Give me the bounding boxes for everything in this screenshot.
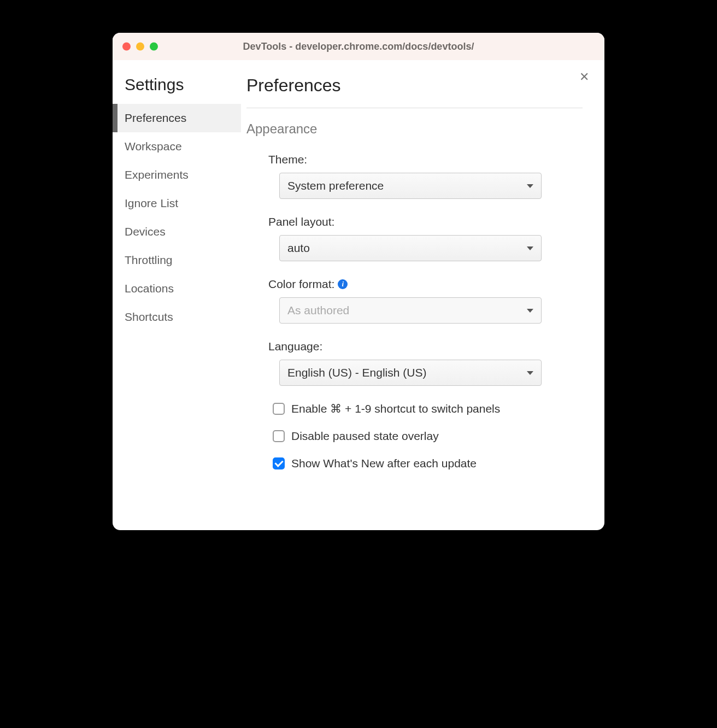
checkbox-icon [273,403,285,415]
section-appearance: Appearance [246,121,583,137]
sidebar-item-ignore-list[interactable]: Ignore List [113,189,241,218]
theme-label: Theme: [268,153,583,166]
sidebar-item-label: Ignore List [125,197,178,209]
field-theme: Theme: System preference [268,153,583,199]
field-panel-layout: Panel layout: auto [268,215,583,261]
color-format-select: As authored [279,297,542,324]
checkbox-icon [273,430,285,442]
sidebar-item-label: Shortcuts [125,310,173,323]
sidebar-item-label: Locations [125,282,174,295]
sidebar-item-label: Experiments [125,168,189,181]
panel-layout-select[interactable]: auto [279,235,542,261]
language-select[interactable]: English (US) - English (US) [279,360,542,386]
sidebar-item-label: Preferences [125,111,186,124]
checkbox-icon-checked [273,457,285,469]
sidebar-item-throttling[interactable]: Throttling [113,246,241,274]
checkbox-label: Enable ⌘ + 1-9 shortcut to switch panels [291,402,500,415]
sidebar-item-preferences[interactable]: Preferences [113,104,241,132]
settings-body: ✕ Settings Preferences Workspace Experim… [113,60,604,530]
panel-layout-label: Panel layout: [268,215,583,228]
language-label: Language: [268,340,583,353]
info-icon[interactable]: i [338,279,348,289]
chevron-down-icon [527,184,533,188]
theme-select[interactable]: System preference [279,173,542,199]
color-format-label: Color format: i [268,278,583,291]
settings-main: Preferences Appearance Theme: System pre… [241,60,604,530]
settings-sidebar: Settings Preferences Workspace Experimen… [113,60,241,530]
maximize-window-button[interactable] [150,43,158,51]
checkbox-disable-paused-overlay[interactable]: Disable paused state overlay [273,430,583,443]
sidebar-item-shortcuts[interactable]: Shortcuts [113,303,241,331]
sidebar-item-devices[interactable]: Devices [113,218,241,246]
checkbox-enable-shortcut[interactable]: Enable ⌘ + 1-9 shortcut to switch panels [273,402,583,415]
color-format-label-text: Color format: [268,278,334,291]
sidebar-title: Settings [113,75,241,104]
close-window-button[interactable] [122,43,131,51]
chevron-down-icon [527,246,533,250]
theme-select-value: System preference [287,179,384,192]
minimize-window-button[interactable] [136,43,144,51]
window-title: DevTools - developer.chrome.com/docs/dev… [243,41,474,52]
language-select-value: English (US) - English (US) [287,366,426,379]
sidebar-item-experiments[interactable]: Experiments [113,161,241,189]
panel-layout-select-value: auto [287,242,310,255]
sidebar-item-locations[interactable]: Locations [113,274,241,303]
chevron-down-icon [527,371,533,375]
sidebar-item-workspace[interactable]: Workspace [113,132,241,161]
field-language: Language: English (US) - English (US) [268,340,583,386]
sidebar-item-label: Throttling [125,254,173,266]
window-titlebar: DevTools - developer.chrome.com/docs/dev… [113,33,604,60]
checkbox-label: Disable paused state overlay [291,430,439,443]
chevron-down-icon [527,309,533,313]
page-title: Preferences [246,75,583,108]
checkbox-show-whats-new[interactable]: Show What's New after each update [273,457,583,470]
traffic-lights [122,43,158,51]
color-format-select-value: As authored [287,304,349,317]
devtools-settings-window: DevTools - developer.chrome.com/docs/dev… [113,33,604,530]
checkbox-label: Show What's New after each update [291,457,477,470]
close-icon[interactable]: ✕ [579,71,589,83]
sidebar-item-label: Workspace [125,140,182,152]
field-color-format: Color format: i As authored [268,278,583,324]
sidebar-item-label: Devices [125,225,166,238]
